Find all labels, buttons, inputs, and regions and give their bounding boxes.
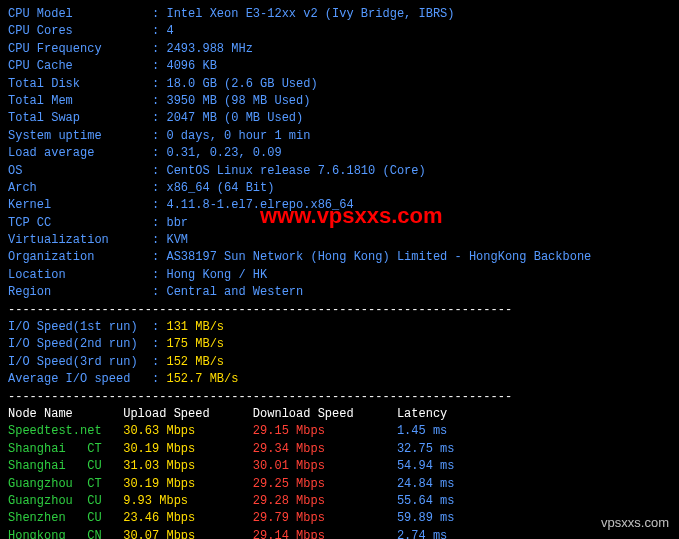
sysinfo-row: Kernel : 4.11.8-1.el7.elrepo.x86_64 (8, 197, 671, 214)
speedtest-row: Hongkong CN 30.07 Mbps 29.14 Mbps 2.74 m… (8, 528, 671, 539)
upload-speed: 30.63 Mbps (123, 424, 253, 438)
speedtest-row: Guangzhou CT 30.19 Mbps 29.25 Mbps 24.84… (8, 476, 671, 493)
latency: 24.84 ms (397, 477, 455, 491)
node-name: Shanghai CT (8, 442, 123, 456)
system-info-block: CPU Model : Intel Xeon E3-12xx v2 (Ivy B… (8, 6, 671, 302)
sysinfo-label: CPU Cores (8, 24, 152, 38)
sysinfo-label: CPU Frequency (8, 42, 152, 56)
io-row: I/O Speed(3rd run) : 152 MB/s (8, 354, 671, 371)
io-colon: : (152, 337, 166, 351)
latency: 55.64 ms (397, 494, 455, 508)
sysinfo-row: Total Mem : 3950 MB (98 MB Used) (8, 93, 671, 110)
io-value: 175 MB/s (166, 337, 224, 351)
sysinfo-label: Total Swap (8, 111, 152, 125)
speedtest-row: Shanghai CT 30.19 Mbps 29.34 Mbps 32.75 … (8, 441, 671, 458)
sysinfo-label: Load average (8, 146, 152, 160)
sysinfo-value: 4096 KB (166, 59, 216, 73)
io-label: I/O Speed(2nd run) (8, 337, 152, 351)
sysinfo-value: 2047 MB (0 MB Used) (166, 111, 303, 125)
node-name: Guangzhou CT (8, 477, 123, 491)
io-label: I/O Speed(3rd run) (8, 355, 152, 369)
col-upload: Upload Speed (123, 407, 253, 421)
sysinfo-colon: : (152, 164, 166, 178)
col-latency: Latency (397, 407, 447, 421)
sysinfo-value: KVM (166, 233, 188, 247)
sysinfo-row: OS : CentOS Linux release 7.6.1810 (Core… (8, 163, 671, 180)
sysinfo-colon: : (152, 268, 166, 282)
col-download: Download Speed (253, 407, 397, 421)
io-colon: : (152, 372, 166, 386)
io-colon: : (152, 320, 166, 334)
sysinfo-colon: : (152, 94, 166, 108)
sysinfo-colon: : (152, 181, 166, 195)
sysinfo-colon: : (152, 146, 166, 160)
download-speed: 29.28 Mbps (253, 494, 397, 508)
sysinfo-value: 2493.988 MHz (166, 42, 252, 56)
sysinfo-row: Organization : AS38197 Sun Network (Hong… (8, 249, 671, 266)
speedtest-row: Speedtest.net 30.63 Mbps 29.15 Mbps 1.45… (8, 423, 671, 440)
divider-1: ----------------------------------------… (8, 302, 671, 319)
sysinfo-label: CPU Cache (8, 59, 152, 73)
io-speed-block: I/O Speed(1st run) : 131 MB/sI/O Speed(2… (8, 319, 671, 389)
download-speed: 29.34 Mbps (253, 442, 397, 456)
io-row: I/O Speed(2nd run) : 175 MB/s (8, 336, 671, 353)
sysinfo-colon: : (152, 42, 166, 56)
sysinfo-colon: : (152, 285, 166, 299)
sysinfo-value: 4.11.8-1.el7.elrepo.x86_64 (166, 198, 353, 212)
speedtest-header: Node Name Upload Speed Download Speed La… (8, 406, 671, 423)
speedtest-block: Node Name Upload Speed Download Speed La… (8, 406, 671, 539)
sysinfo-label: Kernel (8, 198, 152, 212)
node-name: Guangzhou CU (8, 494, 123, 508)
io-label: Average I/O speed (8, 372, 152, 386)
download-speed: 30.01 Mbps (253, 459, 397, 473)
latency: 32.75 ms (397, 442, 455, 456)
sysinfo-label: OS (8, 164, 152, 178)
sysinfo-row: Total Disk : 18.0 GB (2.6 GB Used) (8, 76, 671, 93)
sysinfo-value: 0.31, 0.23, 0.09 (166, 146, 281, 160)
sysinfo-row: CPU Frequency : 2493.988 MHz (8, 41, 671, 58)
sysinfo-value: Hong Kong / HK (166, 268, 267, 282)
col-node: Node Name (8, 407, 123, 421)
sysinfo-value: 0 days, 0 hour 1 min (166, 129, 310, 143)
sysinfo-value: AS38197 Sun Network (Hong Kong) Limited … (166, 250, 591, 264)
sysinfo-value: Central and Western (166, 285, 303, 299)
upload-speed: 23.46 Mbps (123, 511, 253, 525)
sysinfo-row: CPU Model : Intel Xeon E3-12xx v2 (Ivy B… (8, 6, 671, 23)
latency: 1.45 ms (397, 424, 447, 438)
upload-speed: 30.19 Mbps (123, 442, 253, 456)
sysinfo-value: 18.0 GB (2.6 GB Used) (166, 77, 317, 91)
sysinfo-label: CPU Model (8, 7, 152, 21)
upload-speed: 31.03 Mbps (123, 459, 253, 473)
speedtest-row: Guangzhou CU 9.93 Mbps 29.28 Mbps 55.64 … (8, 493, 671, 510)
sysinfo-colon: : (152, 233, 166, 247)
sysinfo-label: Virtualization (8, 233, 152, 247)
sysinfo-label: Total Disk (8, 77, 152, 91)
sysinfo-colon: : (152, 111, 166, 125)
io-label: I/O Speed(1st run) (8, 320, 152, 334)
sysinfo-label: Arch (8, 181, 152, 195)
node-name: Hongkong CN (8, 529, 123, 539)
upload-speed: 9.93 Mbps (123, 494, 253, 508)
sysinfo-colon: : (152, 59, 166, 73)
sysinfo-row: Region : Central and Western (8, 284, 671, 301)
node-name: Shanghai CU (8, 459, 123, 473)
sysinfo-row: Total Swap : 2047 MB (0 MB Used) (8, 110, 671, 127)
sysinfo-value: 4 (166, 24, 173, 38)
sysinfo-value: 3950 MB (98 MB Used) (166, 94, 310, 108)
sysinfo-colon: : (152, 198, 166, 212)
sysinfo-row: Load average : 0.31, 0.23, 0.09 (8, 145, 671, 162)
sysinfo-value: x86_64 (64 Bit) (166, 181, 274, 195)
latency: 2.74 ms (397, 529, 447, 539)
speedtest-row: Shenzhen CU 23.46 Mbps 29.79 Mbps 59.89 … (8, 510, 671, 527)
sysinfo-colon: : (152, 7, 166, 21)
sysinfo-colon: : (152, 77, 166, 91)
download-speed: 29.14 Mbps (253, 529, 397, 539)
sysinfo-row: CPU Cores : 4 (8, 23, 671, 40)
sysinfo-row: Virtualization : KVM (8, 232, 671, 249)
sysinfo-label: System uptime (8, 129, 152, 143)
sysinfo-label: Total Mem (8, 94, 152, 108)
latency: 59.89 ms (397, 511, 455, 525)
upload-speed: 30.07 Mbps (123, 529, 253, 539)
sysinfo-colon: : (152, 24, 166, 38)
sysinfo-label: Location (8, 268, 152, 282)
